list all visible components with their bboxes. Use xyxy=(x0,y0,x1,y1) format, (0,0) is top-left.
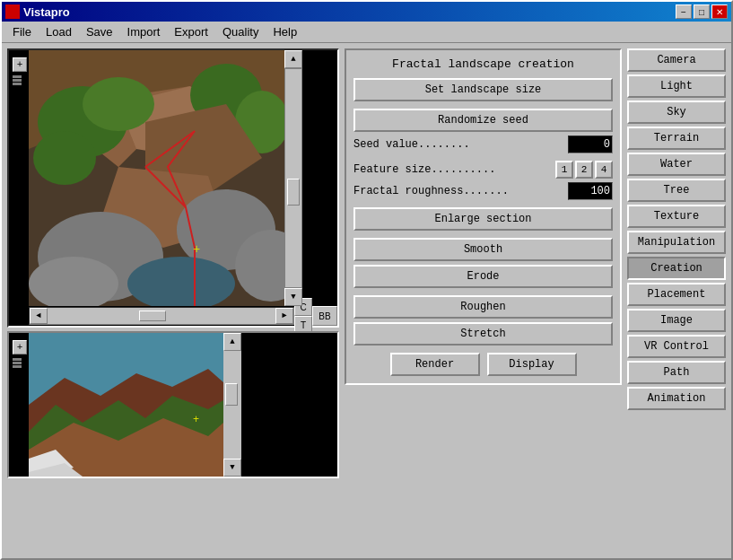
close-button[interactable]: ✕ xyxy=(711,4,728,19)
restore-button[interactable]: □ xyxy=(694,4,710,19)
feature-1-button[interactable]: 1 xyxy=(555,161,573,179)
3d-preview[interactable]: + xyxy=(29,333,223,477)
window-title: Vistapro xyxy=(23,5,70,19)
feature-4-button[interactable]: 4 xyxy=(595,161,613,179)
center-panel: Fractal landscape creation Set landscape… xyxy=(345,48,622,553)
bb-button[interactable]: BB xyxy=(312,306,337,326)
svg-point-5 xyxy=(83,77,154,131)
menu-load[interactable]: Load xyxy=(39,23,79,40)
set-landscape-button[interactable]: Set landscape size xyxy=(353,78,613,101)
menu-quality[interactable]: Quality xyxy=(215,23,266,40)
seed-label: Seed value........ xyxy=(353,138,568,151)
manipulation-button[interactable]: Manipulation xyxy=(627,231,726,254)
stretch-button[interactable]: Stretch xyxy=(353,322,613,346)
minimize-button[interactable]: − xyxy=(676,4,692,19)
creation-button[interactable]: Creation xyxy=(627,257,726,280)
texture-button[interactable]: Texture xyxy=(627,205,726,228)
placement-button[interactable]: Placement xyxy=(627,283,726,306)
menu-import[interactable]: Import xyxy=(120,23,168,40)
feature-row: Feature size.......... 1 2 4 xyxy=(353,161,613,179)
path-button[interactable]: Path xyxy=(627,361,726,384)
roughness-label: Fractal roughness....... xyxy=(353,185,568,197)
zoom-in-button[interactable]: + xyxy=(13,57,27,72)
randomize-button[interactable]: Randomize seed xyxy=(353,109,613,132)
menu-export[interactable]: Export xyxy=(167,23,215,40)
svg-text:+: + xyxy=(193,241,200,256)
water-button[interactable]: Water xyxy=(627,153,726,176)
app-icon xyxy=(5,4,20,19)
menu-help[interactable]: Help xyxy=(266,23,304,40)
seed-row: Seed value........ xyxy=(353,136,613,153)
preview-scroll-up[interactable]: ▲ xyxy=(223,333,241,351)
main-window: Vistapro − □ ✕ File Load Save Import Exp… xyxy=(0,0,733,560)
panel-title: Fractal landscape creation xyxy=(353,57,613,71)
scroll-down-button[interactable]: ▼ xyxy=(284,288,302,306)
feature-size-buttons: 1 2 4 xyxy=(555,161,613,179)
menu-file[interactable]: File xyxy=(5,23,39,40)
feature-2-button[interactable]: 2 xyxy=(575,161,593,179)
creation-panel: Fractal landscape creation Set landscape… xyxy=(345,48,622,385)
right-panel: Camera Light Sky Terrain Water Tree Text… xyxy=(627,48,726,553)
left-panel: + xyxy=(7,48,339,553)
render-button[interactable]: Render xyxy=(390,353,480,376)
tree-button[interactable]: Tree xyxy=(627,179,726,202)
sky-button[interactable]: Sky xyxy=(627,101,726,124)
seed-input[interactable] xyxy=(568,136,613,153)
terrain-map[interactable]: + xyxy=(29,50,284,306)
roughen-button[interactable]: Roughen xyxy=(353,295,613,319)
map-vscrollbar[interactable]: ▲ ▼ xyxy=(284,50,302,306)
preview-scroll-down[interactable]: ▼ xyxy=(223,459,241,477)
menu-save[interactable]: Save xyxy=(79,23,120,40)
title-bar: Vistapro − □ ✕ xyxy=(2,2,731,22)
feature-label: Feature size.......... xyxy=(353,163,555,176)
svg-point-6 xyxy=(33,131,96,185)
preview-vscrollbar[interactable]: ▲ ▼ xyxy=(223,333,241,477)
animation-button[interactable]: Animation xyxy=(627,387,726,410)
enlarge-button[interactable]: Enlarge section xyxy=(353,207,613,231)
menu-bar: File Load Save Import Export Quality Hel… xyxy=(2,22,731,43)
preview-zoom-in-button[interactable]: + xyxy=(13,340,27,354)
image-button[interactable]: Image xyxy=(627,309,726,332)
roughness-row: Fractal roughness....... xyxy=(353,182,613,200)
scroll-up-button[interactable]: ▲ xyxy=(284,50,302,68)
smooth-button[interactable]: Smooth xyxy=(353,238,613,261)
vr-control-button[interactable]: VR Control xyxy=(627,335,726,358)
scroll-left-button[interactable]: ◄ xyxy=(30,308,48,324)
terrain-button[interactable]: Terrain xyxy=(627,127,726,150)
camera-button[interactable]: Camera xyxy=(627,48,726,72)
light-button[interactable]: Light xyxy=(627,74,726,98)
map-hscrollbar[interactable]: ◄ ► xyxy=(29,307,294,325)
preview-container: + xyxy=(7,331,339,478)
roughness-input[interactable] xyxy=(568,182,613,200)
map-container: + xyxy=(7,48,339,328)
erode-button[interactable]: Erode xyxy=(353,265,613,288)
scroll-right-button[interactable]: ► xyxy=(275,308,293,324)
display-button[interactable]: Display xyxy=(487,353,577,376)
svg-text:+: + xyxy=(193,413,199,425)
